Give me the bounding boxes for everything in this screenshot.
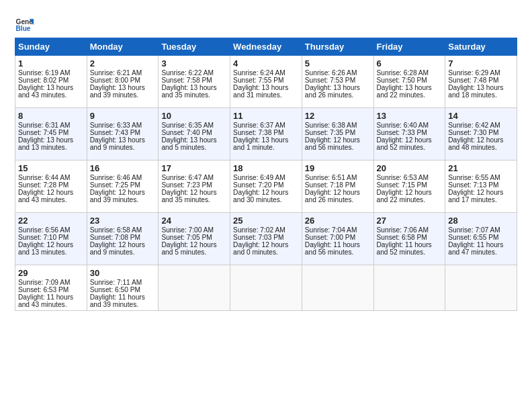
sunset-label: Sunset: 7:30 PM — [448, 129, 498, 136]
daylight-label: Daylight: 13 hours and 43 minutes. — [18, 84, 73, 99]
daylight-label: Daylight: 13 hours and 39 minutes. — [90, 84, 145, 99]
sunrise-label: Sunrise: 7:00 AM — [161, 226, 214, 234]
calendar-cell — [230, 265, 302, 311]
sunrise-label: Sunrise: 6:58 AM — [90, 226, 142, 234]
sunset-label: Sunset: 7:45 PM — [18, 129, 69, 136]
daylight-label: Daylight: 13 hours and 5 minutes. — [161, 136, 216, 151]
day-number: 10 — [161, 111, 227, 121]
sunset-label: Sunset: 6:53 PM — [18, 286, 69, 293]
calendar-cell: 19 Sunrise: 6:51 AM Sunset: 7:18 PM Dayl… — [302, 161, 373, 213]
calendar-cell: 25 Sunrise: 7:02 AM Sunset: 7:03 PM Dayl… — [230, 213, 302, 265]
day-number: 1 — [18, 58, 84, 68]
sunrise-label: Sunrise: 6:24 AM — [233, 69, 285, 77]
daylight-label: Daylight: 13 hours and 18 minutes. — [448, 84, 503, 99]
daylight-label: Daylight: 11 hours and 43 minutes. — [18, 293, 73, 308]
sunset-label: Sunset: 7:48 PM — [448, 77, 498, 84]
day-number: 28 — [448, 216, 514, 226]
day-number: 21 — [448, 163, 514, 173]
calendar-cell: 27 Sunrise: 7:06 AM Sunset: 6:58 PM Dayl… — [373, 213, 445, 265]
sunrise-label: Sunrise: 6:37 AM — [233, 122, 285, 129]
day-number: 12 — [305, 111, 371, 121]
sunset-label: Sunset: 7:05 PM — [161, 234, 212, 241]
day-number: 18 — [233, 163, 299, 173]
calendar-cell: 18 Sunrise: 6:49 AM Sunset: 7:20 PM Dayl… — [230, 161, 302, 213]
header-row: General Blue — [15, 12, 517, 34]
day-number: 22 — [18, 216, 84, 226]
sunrise-label: Sunrise: 7:04 AM — [305, 226, 357, 234]
calendar-cell: 1 Sunrise: 6:19 AM Sunset: 8:02 PM Dayli… — [15, 56, 87, 108]
sunset-label: Sunset: 7:08 PM — [90, 234, 140, 241]
daylight-label: Daylight: 12 hours and 22 minutes. — [377, 189, 432, 203]
sunset-label: Sunset: 7:20 PM — [233, 181, 283, 189]
day-number: 15 — [18, 163, 84, 173]
day-number: 27 — [377, 216, 443, 226]
sunset-label: Sunset: 7:58 PM — [161, 77, 212, 84]
weekday-header: Wednesday — [230, 38, 302, 56]
day-number: 13 — [377, 111, 443, 121]
sunset-label: Sunset: 7:13 PM — [448, 181, 498, 189]
logo: General Blue — [15, 15, 36, 34]
daylight-label: Daylight: 12 hours and 52 minutes. — [377, 136, 432, 151]
sunrise-label: Sunrise: 6:49 AM — [233, 174, 285, 181]
calendar-cell: 26 Sunrise: 7:04 AM Sunset: 7:00 PM Dayl… — [302, 213, 373, 265]
day-number: 14 — [448, 111, 514, 121]
weekday-header: Sunday — [15, 38, 87, 56]
sunset-label: Sunset: 7:23 PM — [161, 181, 212, 189]
daylight-label: Daylight: 13 hours and 31 minutes. — [233, 84, 288, 99]
sunset-label: Sunset: 6:50 PM — [90, 286, 140, 293]
day-number: 25 — [233, 216, 299, 226]
sunset-label: Sunset: 6:55 PM — [448, 234, 498, 241]
calendar-week-row: 29 Sunrise: 7:09 AM Sunset: 6:53 PM Dayl… — [15, 265, 517, 311]
day-number: 6 — [377, 58, 443, 68]
daylight-label: Daylight: 13 hours and 26 minutes. — [305, 84, 360, 99]
day-number: 3 — [161, 58, 227, 68]
sunrise-label: Sunrise: 6:19 AM — [18, 69, 71, 77]
sunset-label: Sunset: 7:00 PM — [305, 234, 355, 241]
calendar-cell: 14 Sunrise: 6:42 AM Sunset: 7:30 PM Dayl… — [445, 108, 517, 161]
weekday-header: Monday — [87, 38, 159, 56]
weekday-header: Saturday — [445, 38, 517, 56]
day-number: 20 — [377, 163, 443, 173]
sunset-label: Sunset: 7:15 PM — [377, 181, 427, 189]
sunrise-label: Sunrise: 6:46 AM — [90, 174, 142, 181]
calendar-cell: 12 Sunrise: 6:38 AM Sunset: 7:35 PM Dayl… — [302, 108, 373, 161]
daylight-label: Daylight: 12 hours and 30 minutes. — [233, 189, 288, 203]
sunset-label: Sunset: 7:03 PM — [233, 234, 283, 241]
sunset-label: Sunset: 7:55 PM — [233, 77, 283, 84]
weekday-header: Friday — [373, 38, 445, 56]
sunrise-label: Sunrise: 6:22 AM — [161, 69, 214, 77]
daylight-label: Daylight: 12 hours and 48 minutes. — [448, 136, 503, 151]
day-number: 16 — [90, 163, 156, 173]
calendar-cell — [373, 265, 445, 311]
svg-text:Blue: Blue — [16, 25, 31, 32]
daylight-label: Daylight: 11 hours and 39 minutes. — [90, 293, 145, 308]
sunrise-label: Sunrise: 6:40 AM — [377, 122, 429, 129]
daylight-label: Daylight: 12 hours and 56 minutes. — [305, 136, 360, 151]
calendar-cell: 29 Sunrise: 7:09 AM Sunset: 6:53 PM Dayl… — [15, 265, 87, 311]
sunset-label: Sunset: 7:40 PM — [161, 129, 212, 136]
calendar-cell: 23 Sunrise: 6:58 AM Sunset: 7:08 PM Dayl… — [87, 213, 159, 265]
day-number: 7 — [448, 58, 514, 68]
sunrise-label: Sunrise: 6:44 AM — [18, 174, 71, 181]
calendar-cell — [445, 265, 517, 311]
sunset-label: Sunset: 8:02 PM — [18, 77, 69, 84]
sunrise-label: Sunrise: 7:11 AM — [90, 279, 142, 286]
calendar-cell: 30 Sunrise: 7:11 AM Sunset: 6:50 PM Dayl… — [87, 265, 159, 311]
daylight-label: Daylight: 13 hours and 13 minutes. — [18, 136, 73, 151]
sunrise-label: Sunrise: 6:35 AM — [161, 122, 214, 129]
calendar-cell: 9 Sunrise: 6:33 AM Sunset: 7:43 PM Dayli… — [87, 108, 159, 161]
day-number: 4 — [233, 58, 299, 68]
day-number: 24 — [161, 216, 227, 226]
day-number: 29 — [18, 268, 84, 278]
sunrise-label: Sunrise: 6:33 AM — [90, 122, 142, 129]
sunrise-label: Sunrise: 7:02 AM — [233, 226, 285, 234]
calendar-cell: 8 Sunrise: 6:31 AM Sunset: 7:45 PM Dayli… — [15, 108, 87, 161]
calendar-week-row: 22 Sunrise: 6:56 AM Sunset: 7:10 PM Dayl… — [15, 213, 517, 265]
daylight-label: Daylight: 13 hours and 35 minutes. — [161, 84, 216, 99]
sunrise-label: Sunrise: 6:42 AM — [448, 122, 500, 129]
sunset-label: Sunset: 7:35 PM — [305, 129, 355, 136]
calendar-cell: 28 Sunrise: 7:07 AM Sunset: 6:55 PM Dayl… — [445, 213, 517, 265]
day-number: 2 — [90, 58, 156, 68]
sunrise-label: Sunrise: 7:07 AM — [448, 226, 500, 234]
daylight-label: Daylight: 12 hours and 35 minutes. — [161, 189, 216, 203]
